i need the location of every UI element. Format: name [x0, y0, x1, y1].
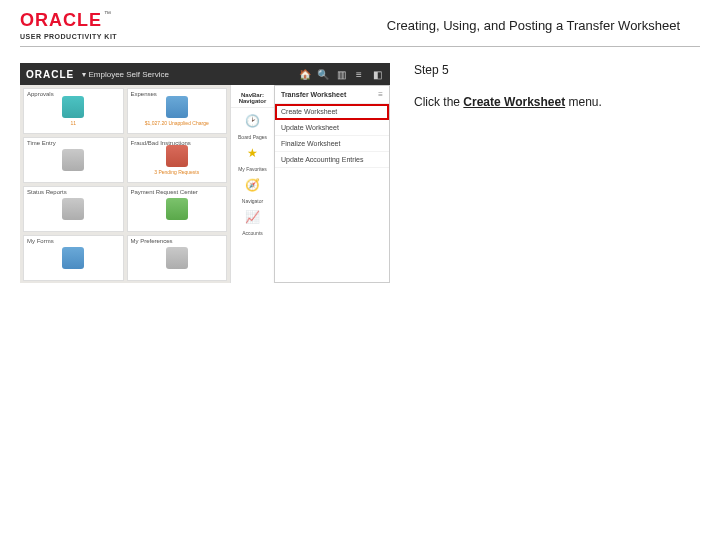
recent-pages-icon[interactable]: 🕑: [243, 111, 263, 131]
step-label: Step 5: [414, 63, 694, 77]
tile-label: Status Reports: [27, 189, 67, 195]
tile-label: Fraud/Bad Instructions: [131, 140, 191, 146]
tile-label: My Preferences: [131, 238, 173, 244]
tile-label: Time Entry: [27, 140, 56, 146]
search-icon[interactable]: 🔍: [316, 67, 330, 81]
forms-icon: [62, 247, 84, 269]
approvals-icon: [62, 96, 84, 118]
accounts-icon[interactable]: 📈: [243, 207, 263, 227]
tile-my-preferences[interactable]: My Preferences: [127, 235, 228, 281]
app-workspace: Approvals 11 Expenses $1,027.20 Unapplie…: [20, 85, 390, 283]
instruction-panel: Step 5 Click the Create Worksheet menu.: [408, 63, 700, 283]
instruction-post: menu.: [565, 95, 602, 109]
menu-update-worksheet[interactable]: Update Worksheet: [275, 120, 389, 136]
navbar-header: NavBar: Navigator: [231, 89, 274, 108]
tile-label: Approvals: [27, 91, 54, 97]
favorites-icon[interactable]: ★: [243, 143, 263, 163]
tile-time-entry[interactable]: Time Entry: [23, 137, 124, 183]
rail-label: My Favorites: [238, 166, 267, 172]
tile-label: Expenses: [131, 91, 157, 97]
tile-expenses[interactable]: Expenses $1,027.20 Unapplied Charge: [127, 88, 228, 134]
homepage-tiles: Approvals 11 Expenses $1,027.20 Unapplie…: [20, 85, 230, 283]
tile-my-forms[interactable]: My Forms: [23, 235, 124, 281]
flyout-title: Transfer Worksheet: [281, 91, 346, 98]
tile-label: Payment Request Center: [131, 189, 198, 195]
instruction-text: Click the Create Worksheet menu.: [414, 93, 694, 111]
tile-approvals[interactable]: Approvals 11: [23, 88, 124, 134]
tile-payment-request[interactable]: Payment Request Center: [127, 186, 228, 232]
app-screenshot: ORACLE ▾ Employee Self Service 🏠 🔍 ▥ ≡ ◧…: [20, 63, 390, 283]
tile-fraud[interactable]: Fraud/Bad Instructions 3 Pending Request…: [127, 137, 228, 183]
instruction-pre: Click the: [414, 95, 463, 109]
app-context-dropdown[interactable]: ▾ Employee Self Service: [82, 70, 169, 79]
navbar-icon[interactable]: ◧: [370, 67, 384, 81]
oracle-upk-logo: ORACLE™ USER PRODUCTIVITY KIT: [20, 10, 117, 40]
tile-subtext: 11: [70, 120, 76, 126]
page-header: ORACLE™ USER PRODUCTIVITY KIT Creating, …: [0, 0, 720, 46]
upk-label: USER PRODUCTIVITY KIT: [20, 33, 117, 40]
payment-icon: [166, 198, 188, 220]
flyout-menu-icon[interactable]: ≡: [378, 90, 383, 99]
page-title: Creating, Using, and Posting a Transfer …: [387, 18, 680, 33]
trademark-symbol: ™: [104, 10, 111, 17]
app-topbar: ORACLE ▾ Employee Self Service 🏠 🔍 ▥ ≡ ◧: [20, 63, 390, 85]
briefcase-icon: [166, 145, 188, 167]
time-entry-icon: [62, 149, 84, 171]
notifications-icon[interactable]: ▥: [334, 67, 348, 81]
navbar-rail: NavBar: Navigator 🕑 Board Pages ★ My Fav…: [230, 85, 274, 283]
menu-update-accounting-entries[interactable]: Update Accounting Entries: [275, 152, 389, 168]
person-icon: [62, 198, 84, 220]
tile-status-reports[interactable]: Status Reports: [23, 186, 124, 232]
instruction-target: Create Worksheet: [463, 95, 565, 109]
tile-label: My Forms: [27, 238, 54, 244]
menu-icon[interactable]: ≡: [352, 67, 366, 81]
home-icon[interactable]: 🏠: [298, 67, 312, 81]
app-brand: ORACLE: [26, 69, 74, 80]
menu-finalize-worksheet[interactable]: Finalize Worksheet: [275, 136, 389, 152]
navigator-icon[interactable]: 🧭: [243, 175, 263, 195]
preferences-icon: [166, 247, 188, 269]
tile-subtext: $1,027.20 Unapplied Charge: [145, 120, 209, 126]
flyout-header: Transfer Worksheet ≡: [275, 86, 389, 104]
rail-label: Navigator: [242, 198, 263, 204]
menu-create-worksheet[interactable]: Create Worksheet: [275, 104, 389, 120]
tile-subtext: 3 Pending Requests: [154, 169, 199, 175]
rail-label: Accounts: [242, 230, 263, 236]
content-row: ORACLE ▾ Employee Self Service 🏠 🔍 ▥ ≡ ◧…: [0, 47, 720, 299]
expenses-icon: [166, 96, 188, 118]
oracle-wordmark: ORACLE: [20, 10, 102, 30]
rail-label: Board Pages: [238, 134, 267, 140]
transfer-worksheet-flyout: Transfer Worksheet ≡ Create Worksheet Up…: [274, 85, 390, 283]
